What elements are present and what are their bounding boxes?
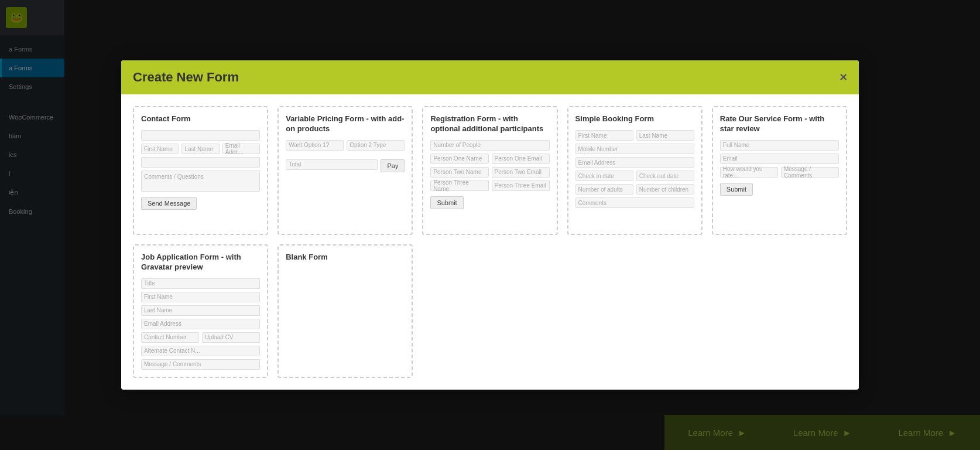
modal-overlay: Create New Form × Contact Form First Nam… — [0, 0, 980, 450]
registration-title: Registration Form - with optional additi… — [430, 114, 549, 134]
blank-form-body — [286, 268, 405, 370]
mock-field-2 — [141, 157, 260, 168]
mock-fullname-r: Full Name — [720, 140, 839, 151]
template-card-contact-form[interactable]: Contact Form First Name Last Name Email … — [133, 106, 268, 235]
mock-field-comments: Comments / Questions — [141, 171, 260, 192]
mock-checkin: Check in date — [575, 171, 633, 181]
template-card-rate-service[interactable]: Rate Our Service Form - with star review… — [712, 106, 847, 235]
mock-message-r: Message / Comments — [781, 167, 839, 178]
template-card-registration[interactable]: Registration Form - with optional additi… — [422, 106, 557, 235]
mock-option2: Option 2 Type — [347, 140, 405, 151]
mock-firstname-b: First Name — [575, 130, 633, 141]
template-card-variable-pricing[interactable]: Variable Pricing Form - with add-on prod… — [277, 106, 413, 235]
mock-field-firstname: First Name — [141, 144, 179, 154]
mock-cv: Upload CV — [202, 332, 260, 343]
job-application-title: Job Application Form - with Gravatar pre… — [141, 253, 260, 272]
variable-pricing-body: Want Option 1? Option 2 Type Total Pay — [286, 140, 405, 227]
mock-firstname-j: First Name — [141, 292, 260, 302]
empty-cell-2 — [567, 244, 703, 378]
mock-guests: Number of adults Number of children — [575, 184, 694, 195]
rate-service-title: Rate Our Service Form - with star review — [720, 114, 839, 134]
mock-lastname-b: Last Name — [636, 130, 694, 141]
mock-contact-row: Contact Number Upload CV — [141, 332, 260, 343]
mock-row-options: Want Option 1? Option 2 Type — [286, 140, 405, 151]
mock-contact-num: Contact Number — [141, 332, 199, 343]
mock-adults: Number of adults — [575, 184, 633, 195]
contact-form-body: First Name Last Name Email Addr... Comme… — [141, 130, 260, 227]
modal-header: Create New Form × — [121, 60, 859, 94]
mock-checkout: Check out date — [636, 171, 694, 181]
mock-message-j: Message / Comments — [141, 359, 260, 370]
contact-form-title: Contact Form — [141, 114, 260, 124]
mock-field-row: First Name Last Name Email Addr... — [141, 144, 260, 154]
modal-title: Create New Form — [133, 70, 239, 85]
mock-num-people: Number of People — [430, 140, 549, 151]
variable-pricing-title: Variable Pricing Form - with add-on prod… — [286, 114, 405, 134]
mock-p2-email: Person Two Email — [492, 167, 550, 178]
mock-p2-name: Person Two Name — [430, 167, 488, 178]
mock-person2: Person Two Name Person Two Email — [430, 167, 549, 178]
mock-person3: Person Three Name Person Three Email — [430, 180, 549, 191]
submit-button-reg: Submit — [430, 196, 463, 209]
template-card-job-application[interactable]: Job Application Form - with Gravatar pre… — [133, 244, 268, 378]
empty-cell-1 — [422, 244, 557, 378]
mock-alt-contact: Alternate Contact N... — [141, 346, 260, 356]
empty-cell-3 — [712, 244, 847, 378]
job-application-body: Title First Name Last Name Email Address… — [141, 278, 260, 370]
mock-option1: Want Option 1? — [286, 140, 344, 151]
mock-total: Total — [286, 159, 378, 170]
mock-review-row: How would you rate... Message / Comments — [720, 167, 839, 178]
mock-p1-name: Person One Name — [430, 154, 488, 164]
mock-p3-name: Person Three Name — [430, 180, 488, 191]
mock-comments-b: Comments — [575, 197, 694, 208]
mock-children: Number of children — [636, 184, 694, 195]
mock-lastname-j: Last Name — [141, 305, 260, 316]
mock-field-lastname: Last Name — [181, 144, 219, 154]
mock-title-j: Title — [141, 278, 260, 289]
mock-field-email: Email Addr... — [222, 144, 260, 154]
template-grid-row1: Contact Form First Name Last Name Email … — [133, 106, 847, 235]
template-grid-row2: Job Application Form - with Gravatar pre… — [133, 244, 847, 378]
registration-body: Number of People Person One Name Person … — [430, 140, 549, 227]
send-message-button: Send Message — [141, 197, 197, 210]
blank-form-title: Blank Form — [286, 253, 405, 262]
template-card-booking[interactable]: Simple Booking Form First Name Last Name… — [567, 106, 703, 235]
booking-title: Simple Booking Form — [575, 114, 694, 124]
rate-service-body: Full Name Email How would you rate... Me… — [720, 140, 839, 227]
pay-button: Pay — [381, 159, 405, 172]
mock-person1: Person One Name Person One Email — [430, 154, 549, 164]
mock-email-r: Email — [720, 154, 839, 164]
mock-email-b: Email Address — [575, 157, 694, 168]
mock-name-row: First Name Last Name — [575, 130, 694, 141]
modal-close-button[interactable]: × — [839, 71, 847, 84]
mock-email-j: Email Address — [141, 319, 260, 329]
mock-p3-email: Person Three Email — [492, 180, 550, 191]
mock-mobile: Mobile Number — [575, 144, 694, 154]
create-form-modal: Create New Form × Contact Form First Nam… — [121, 60, 859, 390]
template-card-blank[interactable]: Blank Form — [277, 244, 413, 378]
modal-body: Contact Form First Name Last Name Email … — [121, 94, 859, 390]
submit-button-rate: Submit — [720, 183, 753, 196]
mock-field — [141, 130, 260, 141]
mock-p1-email: Person One Email — [492, 154, 550, 164]
mock-dates: Check in date Check out date — [575, 171, 694, 181]
booking-body: First Name Last Name Mobile Number Email… — [575, 130, 694, 227]
mock-rating: How would you rate... — [720, 167, 778, 178]
